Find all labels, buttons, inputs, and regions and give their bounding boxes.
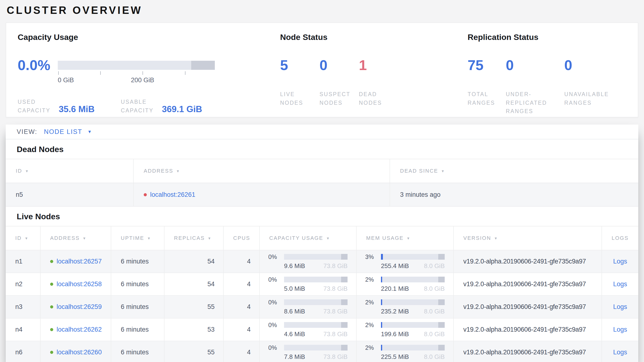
- col-header-version[interactable]: VERSION▼: [454, 226, 602, 250]
- col-header-logs: LOGS: [602, 226, 638, 250]
- node-cpus: 4: [224, 318, 260, 341]
- logs-link[interactable]: Logs: [613, 258, 627, 265]
- col-header-address[interactable]: ADDRESS▼: [40, 226, 111, 250]
- col-header-cpus-label: CPUS: [233, 235, 250, 241]
- total-ranges-count: 75: [468, 58, 506, 72]
- node-mem-usage-cell: 2% 220.1 MiB 8.0 GiB: [356, 273, 454, 295]
- sort-desc-icon: ▼: [208, 236, 212, 240]
- node-address-cell: localhost:26262: [40, 318, 111, 341]
- view-label: VIEW:: [17, 128, 37, 136]
- node-cpus: 4: [224, 296, 260, 318]
- mem-bar-other-segment: [438, 299, 445, 305]
- node-address-cell: localhost:26257: [40, 250, 111, 273]
- live-nodes-label: LIVE NODES: [280, 90, 316, 107]
- node-address-link[interactable]: localhost:26262: [56, 326, 102, 333]
- col-header-mem-usage[interactable]: MEM USAGE▼: [356, 226, 454, 250]
- node-address-cell: localhost:26259: [40, 296, 111, 318]
- dead-node-address-link[interactable]: localhost:26261: [150, 191, 195, 199]
- mem-bar-fill: [381, 277, 382, 282]
- node-capacity-usage-cell: 0% 9.6 MiB 73.8 GiB: [260, 250, 356, 273]
- dead-nodes-count: 1: [359, 58, 398, 72]
- col-header-uptime[interactable]: UPTIME▼: [111, 226, 164, 250]
- node-capacity-usage-cell: 0% 8.6 MiB 73.8 GiB: [260, 296, 356, 318]
- capacity-total-value: 73.8 GiB: [324, 330, 348, 338]
- node-mem-usage-cell: 2% 235.2 MiB 8.0 GiB: [356, 296, 454, 318]
- capacity-axis-ticks: [58, 71, 215, 75]
- col-header-capacity-usage[interactable]: CAPACITY USAGE▼: [260, 226, 356, 250]
- node-address-cell: localhost:26258: [40, 273, 111, 295]
- col-header-replicas[interactable]: REPLICAS▼: [164, 226, 224, 250]
- used-capacity-label: USED CAPACITY: [18, 98, 59, 115]
- logs-link[interactable]: Logs: [613, 326, 627, 333]
- dead-nodes-heading: Dead Nodes: [6, 139, 638, 159]
- node-address-link[interactable]: localhost:26259: [56, 303, 102, 311]
- under-replicated-ranges-count: 0: [506, 58, 564, 72]
- node-cpus: 4: [224, 273, 260, 295]
- node-address-link[interactable]: localhost:26258: [56, 280, 102, 288]
- col-header-cpus: CPUS: [224, 226, 260, 250]
- node-version: v19.2.0-alpha.20190606-2491-gfe735c9a97: [454, 341, 602, 362]
- capacity-bar-other-segment: [191, 61, 215, 70]
- table-row: n1 localhost:26257 6 minutes 54 4 0%: [6, 250, 638, 273]
- nodes-card: VIEW: NODE LIST ▼ Dead Nodes ID ▼ ADDRES…: [6, 125, 638, 362]
- node-mem-usage-cell: 2% 199.6 MiB 8.0 GiB: [356, 318, 454, 341]
- mem-bar-other-segment: [438, 322, 445, 328]
- sort-desc-icon: ▼: [25, 169, 29, 173]
- mem-used-value: 235.2 MiB: [381, 308, 409, 315]
- node-replicas: 55: [164, 341, 224, 362]
- col-header-uptime-label: UPTIME: [121, 235, 144, 241]
- used-capacity-value: 35.6 MiB: [59, 104, 94, 115]
- node-id: n3: [6, 296, 40, 318]
- mem-mini-bar: [381, 322, 445, 328]
- view-selector-dropdown[interactable]: NODE LIST ▼: [44, 128, 92, 136]
- page-title: CLUSTER OVERVIEW: [0, 0, 644, 16]
- node-address-link[interactable]: localhost:26260: [56, 349, 102, 356]
- mem-bar-fill: [381, 299, 382, 305]
- dead-node-row: n5 localhost:26261 3 minutes ago: [6, 183, 638, 207]
- tick-label-0gib: 0 GiB: [58, 77, 74, 84]
- capacity-usage-title: Capacity Usage: [18, 33, 280, 42]
- capacity-bar-track: [58, 61, 215, 70]
- mem-percent-label: 2%: [365, 344, 378, 351]
- mem-mini-bar: [381, 254, 445, 260]
- col-header-mem-label: MEM USAGE: [366, 235, 404, 241]
- node-address-link[interactable]: localhost:26257: [56, 258, 102, 265]
- node-replicas: 53: [164, 318, 224, 341]
- node-cpus: 4: [224, 250, 260, 273]
- mem-total-value: 8.0 GiB: [424, 353, 445, 360]
- logs-link[interactable]: Logs: [613, 303, 627, 311]
- capacity-percent-label: 0%: [268, 344, 282, 351]
- node-capacity-usage-cell: 0% 7.8 MiB 73.8 GiB: [260, 341, 356, 362]
- live-status-dot: [50, 260, 53, 263]
- node-cpus: 4: [224, 341, 260, 362]
- node-replicas: 54: [164, 250, 224, 273]
- view-selected-value: NODE LIST: [44, 128, 82, 136]
- usable-capacity-stat: USABLE CAPACITY 369.1 GiB: [121, 98, 202, 115]
- sort-desc-icon: ▼: [494, 236, 498, 240]
- col-header-replicas-label: REPLICAS: [174, 235, 205, 241]
- capacity-bar-other-segment: [341, 277, 348, 282]
- sort-desc-icon: ▼: [406, 236, 410, 240]
- capacity-percent-label: 0%: [268, 253, 282, 260]
- tick-label-200gib: 200 GiB: [131, 77, 154, 84]
- chevron-down-icon: ▼: [88, 129, 92, 134]
- mem-percent-label: 3%: [365, 253, 378, 260]
- node-replicas: 55: [164, 296, 224, 318]
- dead-col-header-id[interactable]: ID ▼: [6, 159, 134, 183]
- capacity-total-value: 73.8 GiB: [324, 262, 348, 270]
- capacity-percent: 0.0%: [18, 58, 58, 72]
- cluster-summary-card: Capacity Usage 0.0% 0 GiB 200 GiB: [6, 23, 638, 117]
- version-text: v19.2.0-alpha.20190606-2491-gfe735c9a97: [463, 349, 586, 356]
- col-header-id[interactable]: ID▼: [6, 226, 40, 250]
- usable-capacity-label: USABLE CAPACITY: [121, 98, 162, 115]
- mem-bar-fill: [381, 345, 382, 350]
- logs-link[interactable]: Logs: [613, 280, 627, 288]
- dead-col-header-address[interactable]: ADDRESS ▼: [134, 159, 390, 183]
- logs-link[interactable]: Logs: [613, 349, 627, 356]
- dead-node-id: n5: [6, 183, 134, 206]
- dead-col-header-dead-since[interactable]: DEAD SINCE ▼: [390, 159, 638, 183]
- dead-col-header-dead-since-label: DEAD SINCE: [400, 168, 438, 174]
- dead-nodes-header-row: ID ▼ ADDRESS ▼ DEAD SINCE ▼: [6, 159, 638, 183]
- version-text: v19.2.0-alpha.20190606-2491-gfe735c9a97: [463, 280, 586, 288]
- replication-status-section: Replication Status 75 0 0 TOTAL RANGES U…: [468, 33, 626, 117]
